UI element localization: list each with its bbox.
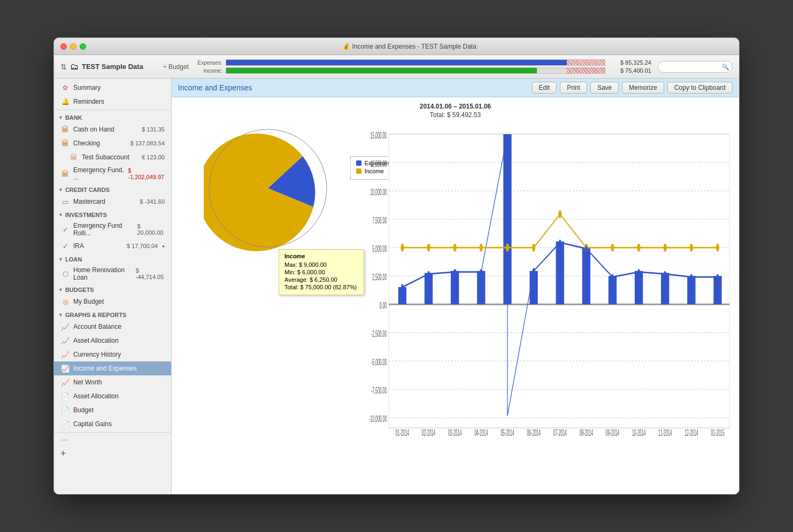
sidebar-item-efr[interactable]: ✓ Emergency Fund Rolli... $ 20,000.00: [54, 220, 171, 239]
bank-icon: 🏛: [60, 125, 70, 134]
invest-icon: ✓: [60, 225, 70, 234]
bank-section-header[interactable]: ▼ BANK: [54, 111, 171, 122]
pie-section: Expenses Income Income Max: $ 9,00: [177, 124, 359, 489]
sidebar-item-net-worth[interactable]: 📈 Net Worth: [54, 375, 171, 389]
blue-dot: [427, 271, 430, 277]
dot: [716, 244, 719, 252]
chart-container: 2014.01.06 – 2015.01.06 Total: $ 59,492.…: [172, 97, 739, 494]
print-button[interactable]: Print: [560, 82, 587, 94]
charts-row: Expenses Income Income Max: $ 9,00: [177, 124, 734, 489]
bar-02-2014: [425, 273, 433, 304]
blue-dot: [611, 274, 614, 280]
search-input[interactable]: [658, 61, 733, 73]
item-label: IRA: [73, 242, 84, 250]
chart-date-range: 2014.01.06 – 2015.01.06: [177, 103, 734, 110]
reports-section-label: GRAPHS & REPORTS: [65, 312, 126, 318]
edit-button[interactable]: Edit: [532, 82, 557, 94]
add-account-button[interactable]: +: [54, 446, 171, 460]
item-label: Mastercard: [73, 198, 105, 205]
budget-section: ÷ Budget Expenses: $ 85,325.24 Income:: [163, 59, 651, 74]
credit-section-header[interactable]: ▼ CREDIT CARDS: [54, 183, 171, 195]
budgets-section-label: BUDGETS: [65, 287, 94, 293]
credit-arrow-icon: ▼: [58, 187, 63, 192]
dot: [611, 244, 614, 252]
traffic-lights: [60, 43, 86, 50]
sidebar-item-summary[interactable]: ✿ Summary: [54, 81, 171, 95]
expenses-bar: [226, 59, 605, 66]
expenses-bar-hatch: [567, 60, 605, 65]
bank-icon: 🏛: [60, 169, 70, 179]
pie-wrapper: Expenses Income Income Max: $ 9,00: [204, 124, 332, 252]
budgets-section-header[interactable]: ▼ BUDGETS: [54, 283, 171, 295]
investments-section-header[interactable]: ▼ INVESTMENTS: [54, 209, 171, 220]
expenses-row: Expenses: $ 85,325.24: [193, 59, 651, 66]
y-label: -5,000.00: [371, 357, 387, 367]
sidebar-item-test-sub[interactable]: 🏛 Test Subaccount € 123.00: [54, 150, 171, 164]
bank-sub-icon: 🏛: [69, 152, 79, 162]
x-label: 03-2014: [448, 428, 461, 438]
y-label: 12,500.00: [371, 158, 387, 169]
sidebar-item-emergency[interactable]: 🏛 Emergency Fund, ... $ -1,202,049.97: [54, 164, 171, 183]
divider-1: [54, 110, 171, 110]
sidebar-item-ira[interactable]: ✓ IRA $ 17,700.04 ●: [54, 239, 171, 253]
account-icon: 🗂: [70, 62, 79, 72]
item-label: Asset Allocation: [73, 392, 119, 400]
minimize-button[interactable]: [70, 43, 76, 50]
y-label: 0.00: [380, 300, 387, 311]
chart-total: Total: $ 59,492.53: [177, 111, 734, 119]
sidebar-item-reminders[interactable]: 🔔 Reminders: [54, 95, 171, 109]
sidebar-item-mastercard[interactable]: ▭ Mastercard $ -341.60: [54, 195, 171, 209]
sidebar-item-cash[interactable]: 🏛 Cash on Hand $ 131.35: [54, 122, 171, 136]
item-label: My Budget: [73, 298, 104, 305]
toolbar: ⇅ 🗂 TEST Sample Data ÷ Budget Expenses: …: [54, 55, 739, 79]
blue-dot: [690, 274, 693, 280]
main-window: 💰 Income and Expenses - TEST Sample Data…: [53, 37, 740, 495]
copy-clipboard-button[interactable]: Copy to Clipboard: [667, 82, 733, 94]
sidebar-resize-bar[interactable]: ⋯: [54, 434, 171, 446]
budgets-arrow-icon: ▼: [58, 287, 63, 292]
x-label: 11-2014: [658, 428, 672, 438]
window-title: 💰 Income and Expenses - TEST Sample Data: [86, 43, 733, 50]
report-title: Income and Expenses: [178, 83, 532, 92]
dot: [690, 244, 693, 252]
blue-dot: [717, 274, 719, 280]
sidebar-item-my-budget[interactable]: ◎ My Budget: [54, 295, 171, 309]
close-button[interactable]: [60, 43, 67, 50]
sidebar-item-asset-alloc-2[interactable]: 📄 Asset Allocation: [54, 389, 171, 403]
x-label: 06-2014: [527, 428, 540, 438]
income-row: Income: $ 75,400.01: [193, 67, 651, 74]
dot: [506, 244, 509, 252]
report-buttons: Edit Print Save Memorize Copy to Clipboa…: [532, 82, 733, 94]
search-wrapper: 🔍: [658, 61, 733, 73]
y-label: 10,000.00: [371, 187, 387, 197]
expenses-legend-dot: [356, 160, 361, 166]
bar-10-2014: [635, 271, 643, 305]
item-amount: $ -341.60: [140, 198, 165, 205]
sidebar-item-asset-alloc-1[interactable]: 📈 Asset Allocation: [54, 334, 171, 348]
save-button[interactable]: Save: [590, 82, 619, 94]
credit-section-label: CREDIT CARDS: [65, 187, 110, 193]
y-label: 15,000.00: [371, 130, 387, 141]
sidebar-item-checking[interactable]: 🏛 Checking $ 137,083.54: [54, 136, 171, 150]
blue-dot: [401, 284, 404, 290]
x-label: 04-2014: [474, 428, 488, 438]
sidebar-item-capital-gains[interactable]: 📄 Capital Gains: [54, 417, 171, 431]
sidebar-item-account-balance[interactable]: 📈 Account Balance: [54, 320, 171, 334]
sidebar-item-currency-hist[interactable]: 📈 Currency History: [54, 348, 171, 361]
blue-dot: [559, 240, 561, 245]
maximize-button[interactable]: [80, 43, 86, 50]
item-amount: $ 131.35: [142, 126, 165, 133]
sidebar-item-home-loan[interactable]: ⬡ Home Renovation Loan $ -44,714.05: [54, 264, 171, 283]
sidebar-item-budget-report[interactable]: 📄 Budget: [54, 403, 171, 417]
report-chart-icon: 📈: [60, 322, 70, 331]
bar-11-2014: [661, 273, 669, 304]
x-label: 09-2014: [606, 428, 619, 438]
sort-icon[interactable]: ⇅: [60, 63, 67, 71]
income-amount: $ 75,400.01: [609, 67, 651, 74]
memorize-button[interactable]: Memorize: [622, 82, 664, 94]
sidebar-item-income-exp[interactable]: 📈 Income and Expenses: [54, 361, 171, 375]
x-label: 05-2014: [501, 428, 514, 438]
reports-section-header[interactable]: ▼ GRAPHS & REPORTS: [54, 309, 171, 320]
loan-section-header[interactable]: ▼ LOAN: [54, 253, 171, 264]
item-label: Emergency Fund Rolli...: [73, 222, 134, 237]
